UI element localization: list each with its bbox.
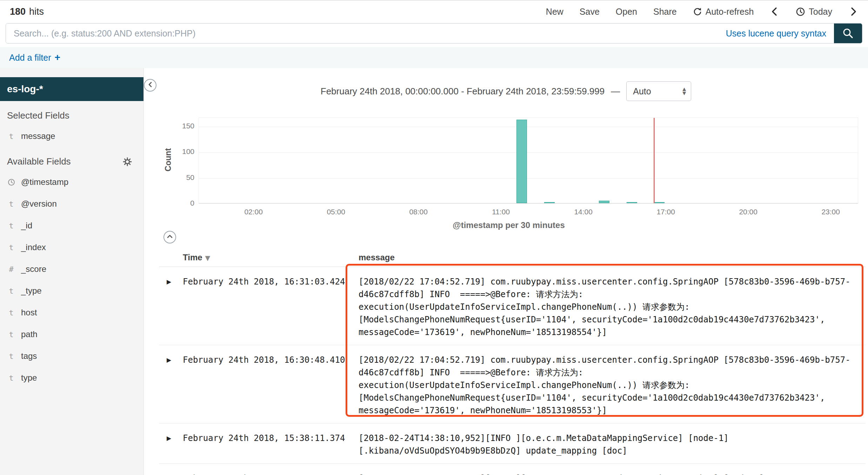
plus-icon: + (55, 53, 60, 62)
string-field-icon: t (7, 221, 15, 230)
index-pattern-selector[interactable]: es-log-* (0, 77, 143, 101)
field-name: _score (21, 264, 46, 274)
string-field-icon: t (7, 330, 15, 339)
chevron-up-icon (167, 234, 173, 241)
header-spacer (159, 253, 183, 262)
lucene-syntax-link[interactable]: Uses lucene query syntax (726, 28, 826, 39)
save-button[interactable]: Save (580, 7, 600, 17)
field-item-type[interactable]: ttype (0, 367, 143, 389)
content: es-log-* Selected Fields tmessage Availa… (0, 68, 868, 475)
today-label: Today (809, 7, 832, 17)
clock-icon (796, 7, 805, 16)
open-button[interactable]: Open (616, 7, 637, 17)
add-filter-button[interactable]: Add a filter + (9, 53, 60, 63)
x-tick-label: 20:00 (727, 208, 769, 216)
x-tick-label: 17:00 (645, 208, 687, 216)
doc-time: February 24th 2018, 16:30:48.410 (183, 354, 359, 417)
search-bar-row: Uses lucene query syntax (0, 22, 868, 47)
histogram-bar[interactable] (654, 202, 665, 203)
y-tick-label: 150 (158, 122, 194, 130)
histogram-bar[interactable] (627, 202, 637, 203)
expand-doc-caret[interactable]: ▶ (159, 275, 183, 339)
interval-select[interactable]: Auto ▲▼ (626, 81, 691, 101)
time-forward-button[interactable] (848, 6, 858, 17)
search-icon (842, 27, 854, 39)
sort-caret-icon[interactable]: ▼ (205, 254, 211, 262)
field-item-_score[interactable]: #_score (0, 258, 143, 280)
field-item-_index[interactable]: t_index (0, 236, 143, 258)
field-name: host (21, 308, 37, 317)
histogram-bar[interactable] (516, 120, 527, 203)
field-item-path[interactable]: tpath (0, 323, 143, 345)
histogram-bar[interactable] (599, 201, 609, 203)
new-button[interactable]: New (546, 7, 563, 17)
available-fields-heading-row: Available Fields (0, 147, 143, 171)
time-back-button[interactable] (770, 6, 780, 17)
field-item-message[interactable]: tmessage (0, 125, 143, 147)
string-field-icon: t (7, 374, 15, 382)
column-header-time[interactable]: Time▼ (183, 253, 359, 262)
time-range-dash: — (611, 86, 620, 97)
field-name: tags (21, 351, 37, 361)
doc-message: [2018-02-24T14:38:10,952][INFO ][o.e.c.m… (359, 432, 866, 457)
expand-doc-caret[interactable]: ▶ (159, 472, 183, 475)
search-submit-button[interactable] (834, 24, 862, 43)
add-filter-label: Add a filter (9, 53, 51, 63)
field-item-@timestamp[interactable]: @timestamp (0, 171, 143, 193)
auto-refresh-button[interactable]: Auto-refresh (693, 7, 754, 17)
doc-time: February 24th 2018, 15:38:11.374 (183, 432, 359, 457)
selected-fields-list: tmessage (0, 125, 143, 147)
discover-main: February 24th 2018, 00:00:00.000 - Febru… (144, 68, 868, 475)
chevron-right-icon (848, 6, 858, 17)
x-tick-label: 08:00 (398, 208, 440, 216)
hits-number: 180 (10, 6, 26, 17)
today-button[interactable]: Today (796, 7, 832, 17)
available-fields-heading: Available Fields (7, 156, 71, 167)
x-tick-label: 14:00 (562, 208, 605, 216)
doc-message: [2018/02/22 17:04:52.719] com.ruubypay.m… (359, 275, 866, 339)
scroll-to-top-button[interactable] (163, 231, 176, 243)
field-name: @timestamp (21, 177, 68, 187)
doc-message: [2018/02/22 17:04:52.719] com.ruubypay.m… (359, 354, 866, 417)
column-header-message[interactable]: message (359, 253, 866, 262)
field-name: _index (21, 242, 46, 252)
table-row: ▶February 24th 2018, 16:30:48.410[2018/0… (159, 345, 866, 423)
x-tick-label: 11:00 (480, 208, 522, 216)
top-nav: New Save Open Share Auto-refresh Today (546, 6, 858, 17)
field-name: _id (21, 221, 32, 230)
search-input[interactable] (6, 24, 726, 43)
field-name: path (21, 329, 38, 339)
hits-label: hits (29, 6, 44, 17)
clock-icon (7, 179, 15, 186)
histogram-bar[interactable] (544, 202, 555, 203)
doc-table-body: ▶February 24th 2018, 16:31:03.424[2018/0… (159, 267, 866, 475)
field-item-host[interactable]: thost (0, 302, 143, 323)
field-name: @version (21, 199, 57, 209)
field-item-tags[interactable]: ttags (0, 345, 143, 367)
string-field-icon: t (7, 243, 15, 252)
expand-doc-caret[interactable]: ▶ (159, 354, 183, 417)
share-button[interactable]: Share (653, 7, 677, 17)
chart-area: Count 05010015002:0005:0008:0011:0014:00… (154, 112, 863, 222)
field-item-_id[interactable]: t_id (0, 215, 143, 236)
refresh-icon (693, 7, 702, 16)
field-item-_type[interactable]: t_type (0, 280, 143, 302)
string-field-icon: t (7, 200, 15, 208)
string-field-icon: t (7, 352, 15, 361)
gear-icon[interactable] (122, 157, 132, 167)
string-field-icon: t (7, 287, 15, 295)
y-tick-label: 0 (158, 199, 194, 207)
x-tick-label: 05:00 (315, 208, 357, 216)
current-time-marker (654, 118, 655, 203)
field-item-@version[interactable]: t@version (0, 193, 143, 215)
histogram-plot (199, 118, 858, 203)
x-axis-label: @timestamp per 30 minutes (154, 220, 863, 230)
hits-count: 180hits (10, 6, 44, 17)
number-field-icon: # (7, 265, 15, 274)
doc-time: February 24th 2018, 14:38:11.128 (183, 472, 359, 475)
field-name: _type (21, 286, 42, 296)
expand-doc-caret[interactable]: ▶ (159, 432, 183, 457)
message-column-label: message (359, 253, 395, 262)
table-row: ▶February 24th 2018, 15:38:11.374[2018-0… (159, 423, 866, 464)
select-arrows-icon: ▲▼ (682, 87, 686, 95)
